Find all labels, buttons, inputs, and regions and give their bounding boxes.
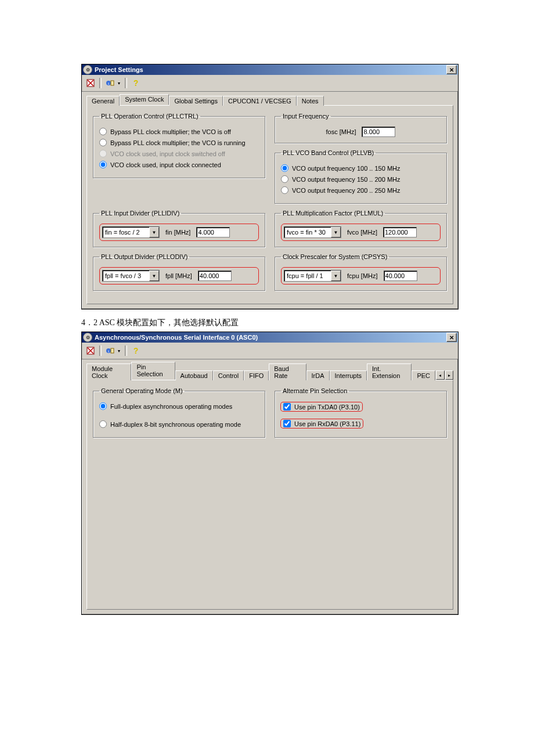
window-title: Asynchronous/Synchronous Serial Interfac…	[95, 334, 446, 341]
tab-pec[interactable]: PEC	[412, 370, 435, 380]
pllidiv-combo-value: fin = fosc / 2	[104, 229, 149, 236]
app-icon: ⚙	[83, 333, 92, 342]
pllvb-opt1-radio[interactable]	[281, 175, 288, 183]
help-icon[interactable]: ?	[129, 344, 142, 357]
fvco-label: fvco [MHz]	[347, 229, 377, 236]
tab-control[interactable]: Control	[213, 370, 244, 380]
tab-pin-selection[interactable]: Pin Selection	[131, 362, 175, 380]
cpsys-group: Clock Prescaler for System (CPSYS) fcpu …	[275, 253, 447, 291]
toolbar-dropdown-icon[interactable]: ▾	[118, 81, 122, 86]
fin-input[interactable]	[196, 227, 230, 237]
tab-cpucon1-vecseg[interactable]: CPUCON1 / VECSEG	[223, 96, 297, 106]
rxda0-checkbox[interactable]	[283, 420, 291, 427]
tab-interrupts[interactable]: Interrupts	[330, 370, 367, 380]
gom-group: General Operating Mode (M) Full-duplex a…	[93, 387, 265, 438]
close-button[interactable]: ✕	[446, 65, 457, 74]
flag-icon[interactable]	[84, 77, 97, 89]
inputfreq-group: Input Frequency fosc [MHz]	[275, 113, 447, 143]
cpsys-combo-value: fcpu = fpll / 1	[286, 272, 331, 279]
close-button[interactable]: ✕	[446, 333, 457, 342]
titlebar: ⚙ Project Settings ✕	[82, 64, 458, 75]
svg-text:i: i	[108, 81, 109, 86]
fosc-input[interactable]	[362, 127, 395, 137]
tab-panel: General Operating Mode (M) Full-duplex a…	[86, 380, 453, 610]
pllctrl-opt1-label: Bypass PLL clock multiplier; the VCO is …	[110, 139, 246, 146]
pllodiv-combo[interactable]: fpll = fvco / 3 ▼	[102, 270, 160, 282]
txda0-checkbox[interactable]	[283, 403, 291, 411]
pllctrl-opt2-label: VCO clock used, input clock switched off	[110, 150, 225, 157]
svg-text:?: ?	[134, 346, 139, 355]
chevron-down-icon[interactable]: ▼	[331, 271, 341, 281]
pllctrl-group: PLL Operation Control (PLLCTRL) Bypass P…	[93, 113, 265, 178]
app-icon: ⚙	[83, 65, 92, 74]
pllmul-group: PLL Multiplication Factor (PLLMUL) fvco …	[275, 210, 447, 247]
pllvb-group: PLL VCO Band Control (PLLVB) VCO output …	[275, 149, 447, 204]
tab-system-clock[interactable]: System Clock	[120, 94, 169, 105]
tab-fifo[interactable]: FIFO	[244, 370, 269, 380]
tab-scroll-left-icon[interactable]: ◂	[436, 370, 444, 380]
gom-opt0-radio[interactable]	[99, 402, 107, 410]
tab-baud-rate[interactable]: Baud Rate	[269, 363, 306, 380]
tab-module-clock[interactable]: Module Clock	[86, 363, 131, 380]
window-title: Project Settings	[95, 66, 446, 73]
pllmul-combo[interactable]: fvco = fin * 30 ▼	[284, 226, 341, 238]
pllctrl-opt2-radio	[99, 150, 107, 157]
fpll-input[interactable]	[198, 271, 232, 281]
section-caption: 4．2 ASC 模块配置如下，其他选择默认配置	[81, 318, 459, 328]
pllctrl-opt1-radio[interactable]	[99, 139, 107, 146]
chevron-down-icon[interactable]: ▼	[149, 227, 159, 237]
pllvb-opt0-radio[interactable]	[281, 164, 288, 172]
tab-general[interactable]: General	[86, 96, 120, 106]
altpin-legend: Alternate Pin Selection	[281, 387, 349, 394]
pllctrl-opt3-radio[interactable]	[99, 161, 107, 168]
fcpu-input[interactable]	[384, 271, 417, 281]
pllidiv-combo[interactable]: fin = fosc / 2 ▼	[102, 226, 160, 238]
pllvb-opt0-label: VCO output frequency 100 .. 150 MHz	[292, 165, 400, 172]
svg-rect-8	[111, 348, 114, 353]
pllmul-combo-value: fvco = fin * 30	[286, 229, 331, 236]
cpsys-combo[interactable]: fcpu = fpll / 1 ▼	[284, 270, 341, 282]
toolbar-dropdown-icon[interactable]: ▾	[118, 348, 122, 354]
chevron-down-icon[interactable]: ▼	[331, 227, 341, 237]
fpll-label: fpll [MHz]	[165, 272, 192, 279]
cpsys-legend: Clock Prescaler for System (CPSYS)	[281, 253, 389, 260]
pllctrl-opt0-radio[interactable]	[99, 128, 107, 135]
tab-autobaud[interactable]: Autobaud	[175, 370, 213, 380]
pllodiv-combo-value: fpll = fvco / 3	[104, 272, 149, 279]
help-icon[interactable]: ?	[129, 77, 142, 89]
pllctrl-opt0-label: Bypass PLL clock multiplier; the VCO is …	[110, 128, 231, 135]
toolbar: i ▾ ?	[82, 343, 458, 359]
info-book-icon[interactable]: i	[104, 344, 117, 357]
pllvb-opt2-label: VCO output frequency 200 .. 250 MHz	[292, 187, 400, 194]
info-book-icon[interactable]: i	[104, 77, 117, 89]
pllidiv-legend: PLL Input Divider (PLLIDIV)	[99, 210, 181, 217]
svg-rect-3	[111, 81, 114, 85]
tab-panel: PLL Operation Control (PLLCTRL) Bypass P…	[86, 105, 453, 304]
gom-opt1-radio[interactable]	[99, 420, 107, 428]
toolbar: i ▾ ?	[82, 75, 458, 92]
txda0-label: Use pin TxDA0 (P3.10)	[294, 404, 360, 411]
flag-icon[interactable]	[84, 344, 97, 357]
chevron-down-icon[interactable]: ▼	[149, 271, 159, 281]
pllctrl-legend: PLL Operation Control (PLLCTRL)	[99, 113, 200, 120]
rxda0-label: Use pin RxDA0 (P3.11)	[294, 420, 360, 427]
altpin-group: Alternate Pin Selection Use pin TxDA0 (P…	[275, 387, 447, 438]
tab-global-settings[interactable]: Global Settings	[169, 96, 223, 106]
tab-irda[interactable]: IrDA	[306, 370, 330, 380]
titlebar: ⚙ Asynchronous/Synchronous Serial Interf…	[82, 332, 458, 343]
gom-legend: General Operating Mode (M)	[99, 387, 185, 394]
pllvb-opt1-label: VCO output frequency 150 .. 200 MHz	[292, 176, 400, 183]
svg-text:i: i	[108, 349, 109, 354]
gom-opt0-label: Full-duplex asynchronous operating modes	[110, 403, 232, 410]
pllvb-opt2-radio[interactable]	[281, 186, 288, 194]
pllctrl-opt3-label: VCO clock used, input clock connected	[110, 161, 221, 168]
tab-notes[interactable]: Notes	[297, 96, 324, 106]
tab-int-extension[interactable]: Int. Extension	[367, 363, 412, 380]
tab-strip: Module Clock Pin Selection Autobaud Cont…	[82, 359, 458, 380]
pllvb-legend: PLL VCO Band Control (PLLVB)	[281, 149, 376, 156]
fvco-input[interactable]	[383, 227, 417, 237]
pllodiv-legend: PLL Output Divider (PLLODIV)	[99, 253, 189, 260]
svg-text:?: ?	[134, 78, 139, 88]
tab-scroll-right-icon[interactable]: ▸	[445, 370, 453, 380]
pllodiv-group: PLL Output Divider (PLLODIV) fpll = fvco…	[93, 253, 265, 291]
